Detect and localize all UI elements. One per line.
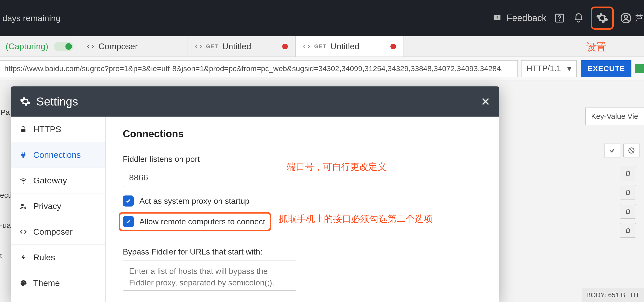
sidebar-item-label: Connections	[33, 150, 81, 160]
sidebar-item-label: Gateway	[33, 176, 67, 185]
capturing-indicator[interactable]: (Capturing)	[0, 36, 79, 57]
row-truncated-1: ecti	[0, 191, 12, 199]
user-cog-icon	[19, 203, 28, 210]
top-bar: days remaining Feedback 芦	[0, 0, 644, 36]
svg-point-10	[22, 282, 22, 283]
sidebar-item-label: Composer	[33, 227, 73, 237]
sidebar-item-label: Privacy	[33, 201, 61, 211]
settings-button-highlight	[591, 7, 614, 30]
pa-label-truncated: Pa	[1, 108, 10, 117]
tab-method: GET	[314, 43, 326, 50]
checkbox-allow-remote-highlight: Allow remote computers to connect	[119, 212, 271, 231]
checkbox-allow-remote[interactable]	[123, 216, 134, 227]
sidebar-item-https[interactable]: HTTPS	[11, 117, 105, 142]
close-icon	[480, 96, 491, 107]
annotation-port: 端口号，可自行更改定义	[287, 161, 386, 173]
http-version-label: HTTP/1.1	[527, 64, 561, 73]
tab-label: Untitled	[222, 41, 251, 51]
settings-modal: Settings HTTPS Connections	[11, 86, 499, 302]
checkbox-system-proxy[interactable]	[123, 195, 134, 207]
tab-composer[interactable]: Composer	[79, 36, 187, 57]
checkbox-label: Allow remote computers to connect	[139, 217, 265, 226]
bell-icon	[573, 13, 584, 23]
sidebar-item-label: HTTPS	[33, 124, 61, 134]
svg-point-8	[21, 204, 24, 206]
sidebar-item-gateway[interactable]: Gateway	[11, 168, 105, 193]
url-input[interactable]: https://www.baidu.com/sugrec?pre=1&p=3&i…	[0, 60, 518, 77]
bypass-textarea[interactable]	[123, 261, 296, 291]
row-actions	[604, 143, 639, 158]
delete-row-button[interactable]	[620, 166, 636, 180]
palette-icon	[19, 279, 28, 287]
url-bar-row: https://www.baidu.com/sugrec?pre=1&p=3&i…	[0, 57, 644, 80]
svg-rect-1	[497, 19, 497, 19]
capturing-label: (Capturing)	[6, 41, 48, 51]
feedback-button[interactable]: Feedback	[492, 13, 546, 23]
help-button[interactable]	[550, 9, 569, 28]
capture-toggle[interactable]	[54, 42, 73, 51]
content-heading: Connections	[123, 128, 482, 139]
row-truncated-3: t	[0, 251, 2, 260]
sidebar-item-composer[interactable]: Composer	[11, 219, 105, 245]
bypass-label: Bypass Fiddler for URLs that start with:	[123, 247, 482, 257]
code-icon	[87, 43, 94, 50]
key-value-view-button[interactable]: Key-Value Vie	[585, 108, 644, 125]
help-icon	[554, 13, 565, 23]
sidebar-item-theme[interactable]: Theme	[11, 270, 105, 296]
check-icon	[609, 147, 616, 154]
sidebar-item-privacy[interactable]: Privacy	[11, 193, 105, 219]
code-icon	[19, 228, 28, 235]
delete-row-button[interactable]	[620, 223, 636, 238]
settings-button[interactable]	[596, 12, 609, 24]
account-button[interactable]	[616, 9, 635, 28]
unsaved-indicator-icon	[390, 44, 396, 49]
feedback-label: Feedback	[507, 13, 546, 23]
check-icon	[125, 198, 131, 204]
menu-truncated: 芦	[635, 13, 640, 23]
lock-icon	[19, 126, 28, 133]
cancel-button[interactable]	[623, 143, 639, 158]
save-button[interactable]	[635, 64, 644, 73]
http-version-select[interactable]: HTTP/1.1 ▾	[521, 60, 577, 77]
trash-icon	[625, 208, 631, 215]
checkbox-label: Act as system proxy on startup	[139, 196, 250, 206]
notifications-button[interactable]	[569, 9, 588, 28]
svg-point-3	[559, 20, 560, 21]
user-avatar-icon	[620, 12, 632, 24]
tab-untitled-2[interactable]: GET Untitled	[296, 36, 404, 57]
port-input[interactable]	[123, 168, 296, 187]
close-button[interactable]	[480, 96, 491, 107]
confirm-button[interactable]	[604, 143, 620, 158]
tabs-row: (Capturing) Composer GET Untitled GET Un…	[0, 36, 644, 57]
settings-sidebar: HTTPS Connections Gateway Privacy	[11, 117, 106, 302]
svg-point-5	[624, 15, 627, 18]
sidebar-item-connections[interactable]: Connections	[11, 142, 105, 168]
tab-untitled-1[interactable]: GET Untitled	[187, 36, 296, 57]
svg-point-11	[23, 281, 23, 282]
gear-icon	[20, 96, 31, 107]
modal-body: HTTPS Connections Gateway Privacy	[11, 117, 499, 302]
execute-button[interactable]: EXECUTE	[581, 60, 631, 77]
trash-column	[620, 166, 636, 238]
annotation-settings-label: 设置	[586, 40, 606, 54]
modal-header: Settings	[11, 86, 499, 117]
tab-label: Untitled	[330, 41, 359, 51]
delete-row-button[interactable]	[620, 204, 636, 219]
tab-method: GET	[206, 43, 218, 50]
row-truncated-2: -ua	[0, 221, 11, 230]
tab-label: Composer	[98, 41, 138, 51]
bypass-section: Bypass Fiddler for URLs that start with:	[123, 247, 482, 292]
sidebar-item-label: Rules	[33, 253, 55, 262]
trash-icon	[625, 227, 631, 234]
status-ht: HT	[631, 291, 639, 299]
cancel-icon	[628, 147, 635, 154]
checkbox-system-proxy-row[interactable]: Act as system proxy on startup	[123, 195, 482, 207]
wifi-icon	[19, 177, 28, 184]
delete-row-button[interactable]	[620, 185, 636, 199]
modal-title: Settings	[36, 95, 78, 108]
sidebar-item-rules[interactable]: Rules	[11, 245, 105, 270]
kv-label: Key-Value Vie	[591, 112, 638, 121]
trash-icon	[625, 189, 631, 195]
annotation-remote: 抓取手机上的接口必须勾选第二个选项	[279, 213, 433, 225]
unsaved-indicator-icon	[282, 44, 288, 49]
